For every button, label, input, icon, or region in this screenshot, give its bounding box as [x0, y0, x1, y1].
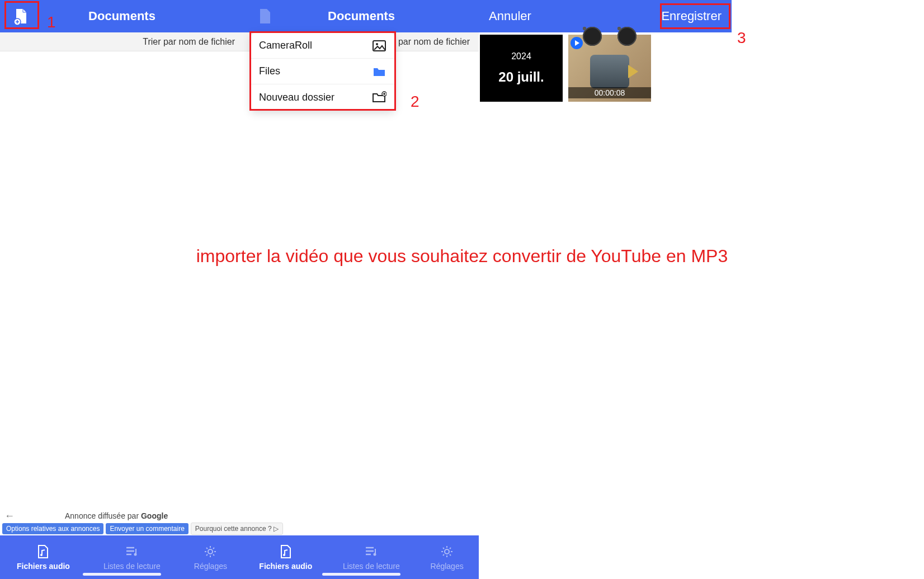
annotation-label-3: 3 [737, 29, 746, 47]
tab-audio-files[interactable]: Fichiers audio [17, 544, 70, 571]
tab-playlists[interactable]: Listes de lecture [103, 544, 161, 571]
film-reel-icon [583, 27, 602, 46]
home-indicator [322, 573, 400, 576]
ad-attribution-row: ← Annonce diffusée par Google [0, 510, 244, 522]
bottom-screenshots: ← Annonce diffusée par Google Options re… [0, 510, 479, 579]
svg-point-8 [373, 553, 376, 556]
menu-item-cameraroll[interactable]: CameraRoll [251, 33, 394, 59]
photo-icon [372, 39, 386, 53]
tab-label: Réglages [431, 562, 464, 571]
svg-point-9 [445, 549, 449, 554]
bottom-tab-bar: Fichiers audio Listes de lecture Réglage… [244, 535, 479, 579]
svg-point-5 [134, 553, 136, 556]
menu-item-label: CameraRoll [259, 40, 312, 51]
save-button[interactable]: Enregistrer [661, 9, 722, 23]
screenshot-panel-1: Documents Trier par nom de fichier 1 [0, 0, 244, 51]
svg-point-2 [376, 43, 378, 45]
menu-item-files[interactable]: Files [251, 59, 394, 84]
video-thumbnails-row: 2024 20 juill. 00:00:08 [479, 32, 732, 104]
bottom-tab-bar: Fichiers audio Listes de lecture Réglage… [0, 535, 244, 579]
video-thumbnail[interactable]: 00:00:08 [568, 35, 651, 102]
ad-options-button[interactable]: Options relatives aux annonces [2, 523, 103, 534]
tile-date: 20 juill. [498, 69, 544, 85]
send-feedback-button[interactable]: Envoyer un commentaire [106, 523, 188, 534]
date-tile[interactable]: 2024 20 juill. [480, 35, 563, 102]
new-folder-icon [372, 90, 386, 105]
svg-point-7 [283, 554, 285, 556]
cancel-button[interactable]: Annuler [489, 9, 531, 23]
tab-label: Fichiers audio [259, 562, 312, 571]
annotation-label-1: 1 [47, 13, 56, 31]
tab-settings[interactable]: Réglages [431, 544, 464, 571]
tab-label: Listes de lecture [103, 562, 161, 571]
tab-label: Réglages [194, 562, 227, 571]
playlist-icon [364, 544, 379, 559]
page-title: Documents [244, 9, 479, 23]
gear-icon [439, 544, 455, 559]
sort-bar[interactable]: Trier par nom de fichier [0, 32, 244, 51]
tab-label: Fichiers audio [17, 562, 70, 571]
ad-options-bar: Options relatives aux annonces Envoyer u… [0, 522, 244, 535]
tab-settings[interactable]: Réglages [194, 544, 227, 571]
sort-label: Trier par nom de fichier [143, 37, 235, 47]
header-bar: Documents [0, 0, 244, 32]
screenshot-panel-3: Annuler Enregistrer 2024 20 juill. 00:00… [479, 0, 732, 104]
folder-icon [372, 64, 386, 79]
page-title: Documents [0, 9, 244, 23]
add-source-menu: CameraRoll Files Nouveau dossier [251, 32, 395, 111]
play-overlay-icon [571, 37, 583, 49]
ad-attribution-text: Annonce diffusée par Google [65, 511, 168, 520]
menu-item-label: Nouveau dossier [259, 92, 334, 103]
annotation-label-2: 2 [411, 93, 419, 111]
phone-bottom-left: ← Annonce diffusée par Google Options re… [0, 510, 244, 579]
sort-label-partial: ier par nom de fichier [386, 37, 470, 47]
video-duration: 00:00:08 [568, 87, 651, 98]
svg-point-4 [40, 554, 43, 556]
picker-header: Annuler Enregistrer [479, 0, 732, 32]
playlist-icon [124, 544, 140, 559]
audio-file-icon [35, 544, 51, 559]
menu-item-new-folder[interactable]: Nouveau dossier [251, 84, 394, 110]
film-reel-icon [617, 27, 637, 46]
audio-file-icon [278, 544, 294, 559]
phone-bottom-right: Fichiers audio Listes de lecture Réglage… [244, 510, 479, 579]
tab-label: Listes de lecture [343, 562, 400, 571]
svg-point-6 [208, 549, 213, 554]
projector-icon [590, 55, 629, 88]
tab-audio-files[interactable]: Fichiers audio [259, 544, 312, 571]
screenshot-panel-2: Documents ier par nom de fichier CameraR… [244, 0, 479, 51]
tab-playlists[interactable]: Listes de lecture [343, 544, 400, 571]
header-bar: Documents [244, 0, 479, 32]
menu-item-label: Files [259, 65, 280, 77]
gear-icon [202, 544, 218, 559]
instruction-caption: importer la vidéo que vous souhaitez con… [0, 246, 924, 267]
tile-year: 2024 [511, 51, 531, 61]
home-indicator [83, 573, 161, 576]
back-arrow-icon[interactable]: ← [4, 510, 15, 522]
